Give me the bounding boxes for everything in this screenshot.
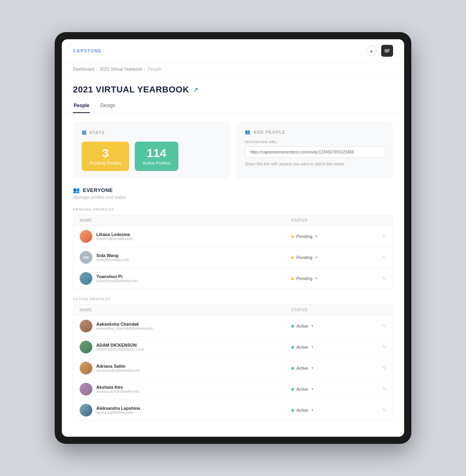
person-email: led2870@berkeley.edu xyxy=(96,237,133,241)
edit-icon[interactable]: ✎ xyxy=(382,344,386,350)
edit-icon[interactable]: ✎ xyxy=(382,234,386,239)
breadcrumb: Dashboard › 2021 Virtual Yearbook › Peop… xyxy=(62,63,404,76)
action-cell: ✎ xyxy=(371,276,386,281)
screen: CAPSTONE ● SF Dashboard › 2021 Virtual Y… xyxy=(62,39,404,437)
stats-metrics: 3 Pending Profiles 114 Active Profiles xyxy=(82,142,221,171)
edit-icon[interactable]: ✎ xyxy=(382,255,386,260)
everyone-subtitle: Manage profiles and status xyxy=(73,195,393,200)
person-cell: Yuanshuo Pi yuanshuop@berkeley.edu xyxy=(80,272,291,285)
table-row: Adriana Salim adrianasalim@berkeley.edu … xyxy=(73,358,393,379)
add-people-icon: 👥 xyxy=(245,129,251,134)
nav-right: ● SF xyxy=(366,45,393,57)
pending-section-label: PENDING PROFILES xyxy=(73,207,393,211)
person-info: Aleksandra Lapshina lapshina@berkeley.ed… xyxy=(96,406,140,415)
person-name: Liliana Ledezma xyxy=(96,232,133,237)
person-cell: Adriana Salim adrianasalim@berkeley.edu xyxy=(80,362,291,374)
person-cell: SW Sida Wang sidaw@berkeley.edu xyxy=(80,251,291,264)
person-name: Sida Wang xyxy=(96,253,129,258)
edit-icon[interactable]: ✎ xyxy=(382,276,386,281)
status-caret[interactable]: ▼ xyxy=(311,408,314,412)
avatar: SW xyxy=(80,251,92,264)
status-cell: Pending ▼ xyxy=(291,255,371,260)
pending-label: Pending Profiles xyxy=(90,161,121,165)
status-text: Active xyxy=(296,324,308,328)
person-name: Akshata Atre xyxy=(96,385,140,390)
person-cell: Aleksandra Lapshina lapshina@berkeley.ed… xyxy=(80,404,291,416)
table-row: Aleksandra Lapshina lapshina@berkeley.ed… xyxy=(73,400,393,420)
edit-icon[interactable]: ✎ xyxy=(382,323,386,329)
table-row: Yuanshuo Pi yuanshuop@berkeley.edu Pendi… xyxy=(73,268,393,289)
avatar xyxy=(80,272,92,285)
page-header: 2021 VIRTUAL YEARBOOK ↗ xyxy=(62,76,404,99)
device-frame: CAPSTONE ● SF Dashboard › 2021 Virtual Y… xyxy=(55,32,411,444)
status-text: Pending xyxy=(296,276,312,281)
invite-label: INVITATION URL xyxy=(245,140,384,144)
active-section: ACTIVE PROFILES Name Status Aakanksha Ch… xyxy=(73,297,393,421)
person-info: Akshata Atre akshata.atre@berkeley.edu xyxy=(96,385,140,393)
avatar xyxy=(80,362,92,374)
avatar xyxy=(80,341,92,353)
page-title: 2021 VIRTUAL YEARBOOK ↗ xyxy=(73,84,393,95)
tab-people[interactable]: People xyxy=(73,99,90,113)
status-caret[interactable]: ▼ xyxy=(315,276,318,280)
active-section-label: ACTIVE PROFILES xyxy=(73,297,393,301)
add-people-title: 👥 ADD PEOPLE xyxy=(245,129,384,134)
person-email: adrianasalim@berkeley.edu xyxy=(96,369,140,372)
table-row: Aakanksha Chandak aakanksha_chandak@berk… xyxy=(73,316,393,337)
active-table: Name Status Aakanksha Chandak aakanksha_… xyxy=(73,304,393,421)
status-caret[interactable]: ▼ xyxy=(315,234,318,238)
status-text: Active xyxy=(296,408,308,413)
table-row: Liliana Ledezma led2870@berkeley.edu Pen… xyxy=(73,226,393,247)
action-cell: ✎ xyxy=(371,234,386,239)
status-caret[interactable]: ▼ xyxy=(311,387,314,391)
stats-card: ▩ STATS 3 Pending Profiles 114 Active Pr… xyxy=(73,121,230,179)
page-title-text: 2021 VIRTUAL YEARBOOK xyxy=(73,84,189,95)
top-nav: CAPSTONE ● SF xyxy=(62,39,404,63)
status-dot xyxy=(291,256,294,259)
tab-design[interactable]: Design xyxy=(99,99,116,113)
person-info: Adriana Salim adrianasalim@berkeley.edu xyxy=(96,364,140,372)
status-text: Pending xyxy=(296,255,312,260)
pending-table-header: Name Status xyxy=(73,215,393,226)
avatar xyxy=(80,230,92,243)
active-count: 114 xyxy=(143,147,170,159)
status-dot xyxy=(291,277,294,280)
status-dot xyxy=(291,367,294,370)
everyone-icon: 👥 xyxy=(73,187,80,193)
avatar xyxy=(80,320,92,332)
external-link-icon[interactable]: ↗ xyxy=(193,86,199,94)
status-dot xyxy=(291,388,294,391)
active-name-header: Name xyxy=(80,308,291,312)
status-dot xyxy=(291,235,294,238)
status-text: Active xyxy=(296,387,308,392)
active-action-header xyxy=(371,308,386,312)
page-tabs: People Design xyxy=(62,99,404,113)
stats-card-title: ▩ STATS xyxy=(82,129,221,135)
invite-url-box[interactable]: https://capstonemomenttest.com/invite/12… xyxy=(245,146,384,158)
status-caret[interactable]: ▼ xyxy=(311,324,314,328)
active-metric: 114 Active Profiles xyxy=(135,142,178,171)
status-dot xyxy=(291,325,294,328)
edit-icon[interactable]: ✎ xyxy=(382,407,386,413)
edit-icon[interactable]: ✎ xyxy=(382,365,386,371)
globe-icon[interactable]: ● xyxy=(366,46,376,56)
edit-icon[interactable]: ✎ xyxy=(382,386,386,392)
status-caret[interactable]: ▼ xyxy=(311,366,314,370)
everyone-title: EVERYONE xyxy=(83,187,113,193)
invite-help-text: Share this link with anyone you want to … xyxy=(245,162,384,166)
everyone-section: 👥 EVERYONE Manage profiles and status PE… xyxy=(62,187,404,437)
person-info: ADAM DICKENSON AMDICKENSO@EMAIL.COM xyxy=(96,343,144,351)
breadcrumb-dashboard[interactable]: Dashboard xyxy=(73,67,94,71)
pending-count: 3 xyxy=(90,147,121,159)
status-caret[interactable]: ▼ xyxy=(315,255,318,259)
table-row: ADAM DICKENSON AMDICKENSO@EMAIL.COM Acti… xyxy=(73,337,393,358)
pending-table: Name Status Liliana Ledezma led2870@berk… xyxy=(73,215,393,289)
status-text: Pending xyxy=(296,234,312,239)
person-email: lapshina@berkeley.edu xyxy=(96,411,140,415)
action-cell: ✎ xyxy=(371,344,386,350)
user-avatar[interactable]: SF xyxy=(381,45,393,57)
breadcrumb-yearbook[interactable]: 2021 Virtual Yearbook xyxy=(100,67,142,71)
status-caret[interactable]: ▼ xyxy=(311,345,314,349)
status-text: Active xyxy=(296,345,308,349)
status-cell: Pending ▼ xyxy=(291,234,371,239)
